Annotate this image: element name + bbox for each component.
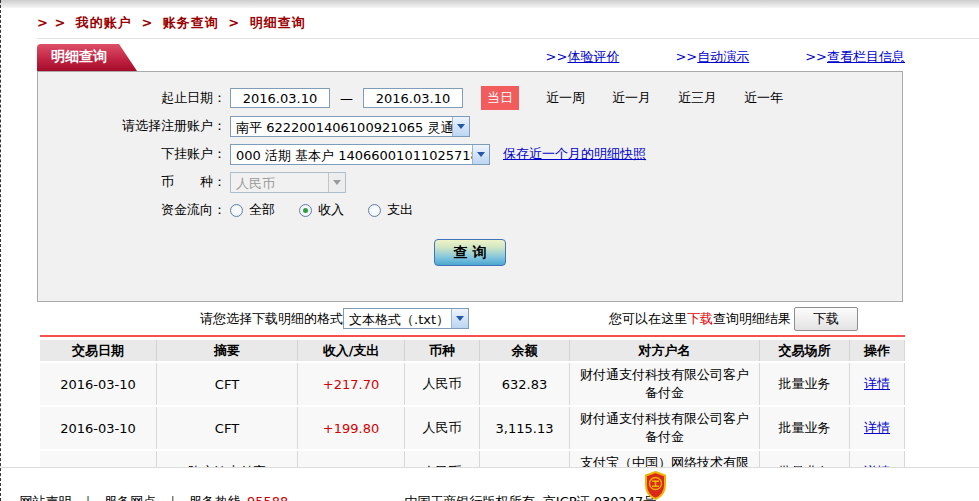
download-hint-after: 查询明细结果 <box>713 310 791 328</box>
breadcrumb-divider <box>37 38 979 39</box>
header-place: 交易场所 <box>760 340 850 361</box>
top-gradient-strip <box>0 0 979 8</box>
breadcrumb-item-detail-query[interactable]: 明细查询 <box>250 15 306 30</box>
register-account-label: 请选择注册账户： <box>38 117 226 135</box>
download-hint-before: 您可以在这里 <box>609 310 687 328</box>
cell-counterparty: 财付通支付科技有限公司客户备付金 <box>570 363 760 405</box>
breadcrumb-item-account-query[interactable]: 账务查询 <box>163 15 219 30</box>
download-row: 请您选择下载明细的格式 文本格式（.txt） 您可以在这里下载查询明细结果 下载 <box>37 302 903 335</box>
cell-action: 详情 <box>850 363 905 405</box>
page-left-dashed-border <box>0 0 1 501</box>
footer-hotline-label: 服务热线 <box>189 494 241 501</box>
header-date: 交易日期 <box>40 340 157 361</box>
radio-income[interactable]: 收入 <box>299 201 344 219</box>
cell-date: 2016-03-10 <box>40 363 157 405</box>
register-account-row: 请选择注册账户： 南平 6222001406100921065 灵通卡 <box>38 115 902 137</box>
link-auto-demo[interactable]: >>自动演示 <box>675 48 749 66</box>
radio-selected-icon[interactable] <box>299 204 312 217</box>
radio-all[interactable]: 全部 <box>230 201 275 219</box>
cell-currency: 人民币 <box>405 363 480 405</box>
query-button[interactable]: 查 询 <box>434 239 506 266</box>
chevron-down-icon[interactable] <box>451 309 468 328</box>
radio-expense[interactable]: 支出 <box>368 201 413 219</box>
link-view-column-info[interactable]: >>查看栏目信息 <box>805 48 905 66</box>
security-seal-icon[interactable] <box>644 471 667 501</box>
table-row: 2016-03-10 CFT +199.80 人民币 3,115.13 财付通支… <box>40 407 905 449</box>
footer-link-service-outlets[interactable]: 服务网点 <box>104 494 156 501</box>
detail-link[interactable]: 详情 <box>864 376 890 391</box>
date-to-input[interactable] <box>363 88 463 108</box>
range-last-3-months[interactable]: 近三月 <box>678 89 717 107</box>
tab-detail-query[interactable]: 明细查询 <box>37 44 137 71</box>
range-last-year[interactable]: 近一年 <box>744 89 783 107</box>
download-format-label: 请您选择下载明细的格式 <box>200 310 343 328</box>
header-summary: 摘要 <box>157 340 298 361</box>
currency-select: 人民币 <box>230 172 346 193</box>
cell-date: 2016-03-10 <box>40 407 157 449</box>
detail-link[interactable]: 详情 <box>864 420 890 435</box>
query-button-row: 查 询 <box>38 239 902 266</box>
cell-summary: CFT <box>157 363 298 405</box>
date-range-row: 起止日期： — 当日 近一周 近一月 近三月 近一年 <box>38 87 902 109</box>
footer-copyright: 中国工商银行版权所有 京ICP证 030247号 <box>388 478 656 501</box>
cell-counterparty: 财付通支付科技有限公司客户备付金 <box>570 407 760 449</box>
radio-icon[interactable] <box>230 204 243 217</box>
cell-balance: 632.83 <box>480 363 570 405</box>
footer-icp: 京ICP证 030247号 <box>543 494 657 501</box>
cell-place: 批量业务 <box>760 407 850 449</box>
header-counterparty: 对方户名 <box>570 340 760 361</box>
cell-balance: 3,115.13 <box>480 407 570 449</box>
footer-hotline-number: 95588 <box>247 494 288 501</box>
table-header-row: 交易日期 摘要 收入/支出 币种 余额 对方户名 交易场所 操作 <box>40 340 905 361</box>
currency-label: 币 种： <box>38 173 226 191</box>
range-last-week[interactable]: 近一周 <box>546 89 585 107</box>
chevron-down-icon[interactable] <box>472 145 489 164</box>
today-button[interactable]: 当日 <box>481 86 519 110</box>
download-hint-group: 您可以在这里下载查询明细结果 下载 <box>609 307 858 331</box>
header-amount: 收入/支出 <box>298 340 405 361</box>
breadcrumb-item-my-account[interactable]: 我的账户 <box>76 15 132 30</box>
chevron-down-icon[interactable] <box>452 117 469 136</box>
download-format-select[interactable]: 文本格式（.txt） <box>343 308 469 329</box>
footer: 网站声明｜服务网点｜服务热线95588 中国工商银行版权所有 京ICP证 030… <box>0 467 979 501</box>
cell-place: 批量业务 <box>760 363 850 405</box>
table-row: 2016-03-10 CFT +217.70 人民币 632.83 财付通支付科… <box>40 363 905 405</box>
sub-account-label: 下挂账户： <box>38 145 226 163</box>
breadcrumb-separator: > <box>228 15 240 30</box>
header-action: 操作 <box>850 340 905 361</box>
tab-bar: 明细查询 >>体验评价 >>自动演示 >>查看栏目信息 <box>37 46 905 71</box>
query-form-panel: 起止日期： — 当日 近一周 近一月 近三月 近一年 请选择注册账户： 南平 6… <box>37 71 903 302</box>
link-experience-rating[interactable]: >>体验评价 <box>546 48 620 66</box>
snapshot-link[interactable]: 保存近一个月的明细快照 <box>503 145 646 163</box>
cell-summary: CFT <box>157 407 298 449</box>
red-divider <box>40 335 905 337</box>
cell-amount: +199.80 <box>298 407 405 449</box>
header-currency: 币种 <box>405 340 480 361</box>
range-last-month[interactable]: 近一月 <box>612 89 651 107</box>
chevron-down-icon <box>328 173 345 192</box>
footer-links: 网站声明｜服务网点｜服务热线95588 <box>3 478 288 501</box>
register-account-select[interactable]: 南平 6222001406100921065 灵通卡 <box>230 116 470 137</box>
breadcrumb-separator: > <box>141 15 153 30</box>
date-range-label: 起止日期： <box>38 89 226 107</box>
download-button[interactable]: 下载 <box>794 307 858 331</box>
currency-row: 币 种： 人民币 <box>38 171 902 193</box>
date-separator: — <box>340 91 353 106</box>
footer-link-site-statement[interactable]: 网站声明 <box>20 494 72 501</box>
cell-action: 详情 <box>850 407 905 449</box>
download-text-link[interactable]: 下载 <box>687 310 713 328</box>
cell-currency: 人民币 <box>405 407 480 449</box>
breadcrumb-prefix: > > <box>37 15 66 30</box>
sub-account-row: 下挂账户： 000 活期 基本户 1406600101102571848 保存近… <box>38 143 902 165</box>
fund-flow-row: 资金流向： 全部 收入 支出 <box>38 199 902 221</box>
sub-account-select[interactable]: 000 活期 基本户 1406600101102571848 <box>230 144 490 165</box>
breadcrumb: > > 我的账户 > 账务查询 > 明细查询 <box>37 14 979 32</box>
top-links: >>体验评价 >>自动演示 >>查看栏目信息 <box>546 48 905 71</box>
header-balance: 余额 <box>480 340 570 361</box>
date-from-input[interactable] <box>230 88 330 108</box>
fund-flow-label: 资金流向： <box>38 201 226 219</box>
radio-icon[interactable] <box>368 204 381 217</box>
cell-amount: +217.70 <box>298 363 405 405</box>
